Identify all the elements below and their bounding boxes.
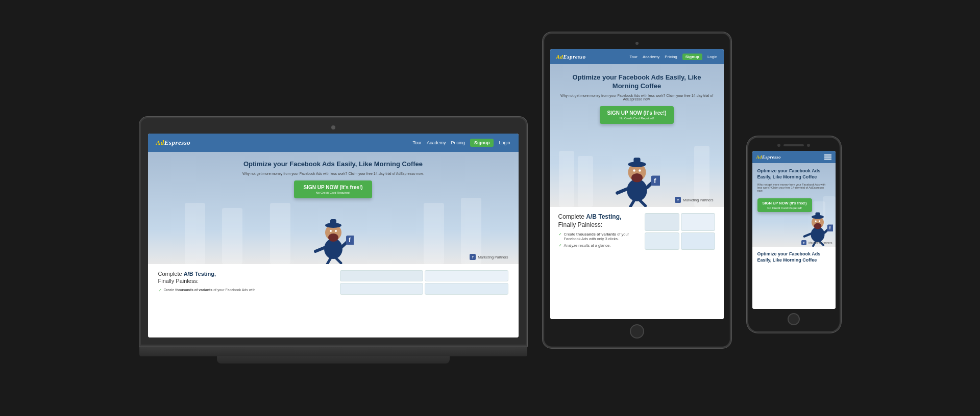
svg-line-18: [617, 189, 627, 193]
svg-point-24: [633, 169, 635, 171]
tablet-nav: AdEspresso Tour Academy Pricing Signup L…: [550, 49, 724, 64]
svg-rect-3: [330, 219, 336, 226]
svg-point-11: [330, 230, 332, 232]
feature-cards: [340, 270, 508, 295]
hamburger-line-3: [824, 159, 831, 160]
phone-features-title: Optimize your Facebook Ads Easily, Like …: [757, 251, 830, 263]
svg-line-10: [336, 258, 341, 263]
tablet-nav-academy[interactable]: Academy: [643, 55, 659, 59]
phone-nav: AdEspresso: [752, 151, 836, 163]
tablet-cta-text: SIGN UP NOW (It's free!): [607, 110, 666, 116]
svg-point-4: [328, 233, 338, 242]
hamburger-line-1: [824, 154, 831, 155]
svg-line-9: [327, 258, 331, 264]
fb-badge: f Marketing Partners: [470, 254, 508, 260]
tablet-card-4: [681, 232, 716, 250]
svg-rect-29: [815, 213, 820, 218]
phone-cta-sub: No Credit Card Required!: [763, 206, 807, 210]
cta-sub-text: No Credit Card Required!: [303, 191, 362, 194]
laptop-nav-links: Tour Academy Pricing Signup Login: [412, 139, 510, 147]
tablet-features-content: Complete A/B Testing, Finally Painless: …: [558, 213, 716, 250]
tablet-feature-2: ✓ Analyze results at a glance.: [558, 243, 645, 248]
nav-login-link[interactable]: Login: [499, 140, 510, 145]
tablet-hero: Optimize your Facebook Ads Easily, Like …: [550, 64, 724, 207]
nav-academy-link[interactable]: Academy: [427, 140, 446, 145]
features-text: Complete A/B Testing, Finally Painless: …: [158, 270, 340, 295]
tablet-hero-subtitle: Why not get more money from your Faceboo…: [560, 94, 714, 101]
feature-card-3: [340, 283, 423, 294]
laptop-stand: [217, 356, 450, 363]
feature-card-1: [340, 270, 423, 281]
laptop-base: [139, 346, 527, 356]
tablet-nav-tour[interactable]: Tour: [629, 55, 638, 59]
laptop-hero: Optimize your Facebook Ads Easily, Like …: [148, 152, 519, 264]
tablet-check-1: ✓: [558, 232, 562, 237]
features-content: Complete A/B Testing, Finally Painless: …: [158, 270, 508, 295]
tablet-nav-login[interactable]: Login: [707, 55, 718, 59]
svg-point-37: [815, 220, 816, 222]
tablet-hero-title: Optimize your Facebook Ads Easily, Like …: [560, 73, 714, 91]
phone-website: AdEspresso: [752, 151, 836, 309]
tablet-nav-signup[interactable]: Signup: [682, 54, 702, 60]
phone-top-bar: [752, 144, 836, 147]
svg-text:f: f: [654, 177, 656, 185]
tablet-nav-pricing[interactable]: Pricing: [665, 55, 677, 59]
phone-fb-icon: f: [801, 240, 806, 245]
phone-features: Optimize your Facebook Ads Easily, Like …: [752, 247, 836, 309]
phone-device: AdEspresso: [747, 136, 841, 333]
phone-screen: AdEspresso: [752, 151, 836, 309]
phone-fb-text: Marketing Partners: [808, 241, 832, 244]
laptop-camera: [331, 125, 335, 129]
tablet-logo: AdEspresso: [556, 54, 586, 60]
laptop-hero-subtitle: Why not get more money from your Faceboo…: [160, 172, 506, 175]
tablet-fb-text: Marketing Partners: [683, 198, 713, 202]
tablet-hero-character: f: [614, 151, 660, 207]
svg-point-30: [814, 223, 821, 229]
phone-body: AdEspresso: [747, 136, 841, 333]
hamburger-line-2: [824, 157, 831, 158]
tablet-cta-button[interactable]: SIGN UP NOW (It's free!) No Credit Card …: [600, 106, 673, 124]
laptop-nav: AdEspresso Tour Academy Pricing Signup L…: [148, 134, 519, 152]
phone-hamburger-icon[interactable]: [824, 154, 831, 160]
svg-point-17: [631, 173, 643, 183]
nav-signup-button[interactable]: Signup: [470, 139, 494, 147]
tablet-fb-badge: f Marketing Partners: [675, 197, 713, 203]
phone-home-button[interactable]: [788, 313, 800, 325]
features-title: Complete A/B Testing, Finally Painless:: [158, 270, 340, 285]
phone-cta-text: SIGN UP NOW (It's free!): [763, 201, 807, 205]
svg-line-22: [630, 200, 634, 207]
phone-hero-subtitle: Why not get more money from your Faceboo…: [757, 183, 830, 192]
tablet-website: AdEspresso Tour Academy Pricing Signup L…: [550, 49, 724, 319]
tablet-cta-sub: No Credit Card Required!: [607, 117, 666, 120]
tablet-home-button[interactable]: [630, 324, 644, 339]
phone-hero-title: Optimize your Facebook Ads Easily, Like …: [757, 168, 830, 180]
scene: AdEspresso Tour Academy Pricing Signup L…: [139, 32, 841, 384]
svg-rect-16: [633, 158, 640, 165]
phone-camera: [777, 144, 780, 147]
tablet-check-2: ✓: [558, 243, 562, 248]
hero-character: f: [313, 213, 354, 264]
laptop-device: AdEspresso Tour Academy Pricing Signup L…: [139, 117, 527, 363]
laptop-cta-button[interactable]: SIGN UP NOW (It's free!) No Credit Card …: [294, 180, 372, 198]
nav-pricing-link[interactable]: Pricing: [451, 140, 465, 145]
laptop-hero-title: Optimize your Facebook Ads Easily, Like …: [160, 160, 506, 169]
laptop-screen: AdEspresso Tour Academy Pricing Signup L…: [148, 134, 519, 337]
check-icon-1: ✓: [158, 288, 162, 293]
svg-line-5: [315, 248, 324, 251]
tablet-feature-1: ✓ Create thousands of variants of your F…: [558, 232, 645, 241]
fb-icon: f: [470, 254, 476, 260]
laptop-features: Complete A/B Testing, Finally Painless: …: [148, 264, 519, 337]
tablet-device: AdEspresso Tour Academy Pricing Signup L…: [543, 32, 731, 348]
svg-point-12: [335, 230, 337, 232]
tablet-features-title: Complete A/B Testing, Finally Painless:: [558, 213, 645, 229]
svg-point-38: [819, 220, 820, 222]
feature-card-2: [425, 270, 508, 281]
phone-sensor: [807, 144, 810, 147]
tablet-card-1: [645, 213, 679, 231]
nav-tour-link[interactable]: Tour: [412, 140, 422, 145]
phone-fb-badge: f Marketing Partners: [801, 240, 832, 245]
phone-hero: Optimize your Facebook Ads Easily, Like …: [752, 163, 836, 247]
svg-line-31: [804, 234, 811, 237]
tablet-features: Complete A/B Testing, Finally Painless: …: [550, 207, 724, 319]
feature-card-4: [425, 283, 508, 294]
